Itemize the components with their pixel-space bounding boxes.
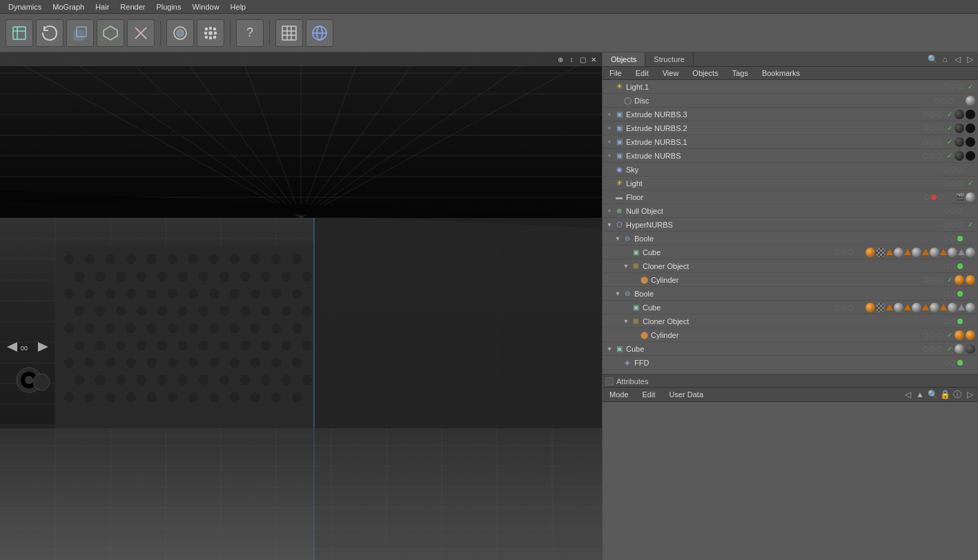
menu-help[interactable]: Help (225, 1, 252, 12)
obj-row-light1[interactable]: ✳ Light.1 ✓ (603, 80, 978, 94)
brush-tool-button[interactable] (166, 19, 194, 47)
check-extrude1[interactable]: ✓ (945, 137, 955, 147)
check-extrude3[interactable]: ✓ (945, 110, 955, 119)
obj-menu-edit[interactable]: Edit (632, 68, 653, 78)
expand-disc[interactable] (614, 97, 622, 105)
expand-cloner1[interactable]: ▼ (622, 262, 630, 270)
obj-row-floor[interactable]: ▬ Floor 🎬 (603, 190, 978, 204)
expand-ffd[interactable] (614, 359, 622, 367)
obj-menu-tags[interactable]: Tags (728, 68, 752, 78)
obj-menu-file[interactable]: File (605, 68, 626, 78)
tab-structure[interactable]: Structure (645, 52, 694, 66)
obj-menu-objects[interactable]: Objects (688, 68, 722, 78)
expand-sky[interactable] (605, 166, 614, 174)
attr-menu-mode[interactable]: Mode (605, 390, 633, 399)
attr-search-icon[interactable]: 🔍 (927, 389, 938, 400)
obj-row-boole1[interactable]: ▼ ⊖ Boole (603, 232, 978, 246)
check-light[interactable]: ✓ (966, 179, 975, 188)
check-hypernurbs[interactable]: ✓ (966, 220, 975, 230)
question-button[interactable]: ? (236, 19, 264, 47)
check-sky[interactable] (966, 165, 975, 174)
obj-row-cylinder2[interactable]: ⬤ Cylinder ✓ (603, 328, 978, 342)
obj-menu-view[interactable]: View (658, 68, 683, 78)
expand-light1[interactable] (605, 83, 614, 91)
obj-row-cloner2[interactable]: ▼ ⊞ Cloner Object (603, 314, 978, 328)
attr-menu-edit[interactable]: Edit (638, 390, 660, 399)
objects-list[interactable]: ✳ Light.1 ✓ ◯ Disc (603, 80, 978, 374)
check-extrude2[interactable]: ✓ (945, 123, 955, 133)
obj-row-light[interactable]: ✳ Light ✓ (603, 177, 978, 190)
check-light1[interactable]: ✓ (966, 82, 975, 92)
cube-tool-button[interactable] (6, 19, 33, 47)
expand-boole1[interactable]: ▼ (614, 234, 622, 243)
attr-left-icon[interactable]: ◁ (902, 389, 913, 400)
forward-icon[interactable]: ▷ (964, 54, 975, 65)
check-cube-boole1[interactable] (856, 248, 865, 257)
attributes-checkbox[interactable] (605, 377, 614, 386)
expand-extrude1[interactable]: + (605, 138, 614, 146)
obj-row-sky[interactable]: ◉ Sky (603, 163, 978, 177)
particle-tool-button[interactable] (197, 19, 224, 47)
home-icon[interactable]: ⌂ (939, 54, 950, 65)
expand-cube-main[interactable]: ▼ (605, 345, 614, 353)
obj-row-extrude0[interactable]: + ▣ Extrude NURBS ✓ (603, 149, 978, 163)
obj-row-cube-boole1[interactable]: ▣ Cube (603, 246, 978, 259)
obj-row-cube-main[interactable]: ▼ ▣ Cube ✓ (603, 342, 978, 356)
expand-hypernurbs[interactable]: ▼ (605, 221, 614, 229)
expand-extrude0[interactable]: + (605, 152, 614, 160)
attr-up-icon[interactable]: ▲ (915, 389, 926, 400)
obj-menu-bookmarks[interactable]: Bookmarks (758, 68, 804, 78)
menu-plugins[interactable]: Plugins (150, 1, 186, 12)
obj-row-boole2[interactable]: ▼ ⊖ Boole (603, 287, 978, 301)
obj-row-extrude1[interactable]: + ▣ Extrude NURBS.1 ✓ (603, 135, 978, 149)
check-boole1[interactable] (966, 234, 975, 243)
attr-menu-userdata[interactable]: User Data (665, 390, 708, 399)
check-floor[interactable] (946, 192, 956, 202)
attr-expand-icon[interactable]: ▷ (964, 389, 975, 400)
expand-cube-boole2[interactable] (622, 303, 630, 312)
expand-floor[interactable] (605, 193, 614, 201)
menu-hair[interactable]: Hair (90, 1, 115, 12)
grid-tool-button[interactable] (275, 19, 303, 47)
expand-light[interactable] (605, 179, 614, 188)
expand-cylinder2[interactable] (630, 331, 638, 339)
menu-dynamics[interactable]: Dynamics (3, 1, 47, 12)
object-tool-button[interactable] (66, 19, 94, 47)
check-ffd[interactable] (966, 358, 975, 368)
expand-null[interactable]: + (605, 207, 614, 215)
attr-lock-icon[interactable]: 🔒 (939, 389, 950, 400)
obj-row-cloner1[interactable]: ▼ ⊞ Cloner Object (603, 259, 978, 273)
obj-row-extrude3[interactable]: + ▣ Extrude NURBS.3 ✓ (603, 108, 978, 121)
back-icon[interactable]: ◁ (952, 54, 963, 65)
viewport-move-icon[interactable]: ⊕ (555, 54, 566, 65)
expand-boole2[interactable]: ▼ (614, 290, 622, 298)
globe-tool-button[interactable] (306, 19, 333, 47)
check-cube-boole2[interactable] (856, 303, 865, 312)
check-null[interactable] (966, 206, 975, 216)
viewport-maximize-icon[interactable]: ▢ (577, 54, 588, 65)
viewport-arrows-icon[interactable]: ↕ (566, 54, 577, 65)
check-disc[interactable] (956, 96, 966, 106)
search-icon[interactable]: 🔍 (927, 54, 938, 65)
check-cube-main[interactable]: ✓ (945, 344, 955, 354)
obj-row-hypernurbs[interactable]: ▼ ⬡ HyperNURBS ✓ (603, 218, 978, 232)
obj-row-extrude2[interactable]: + ▣ Extrude NURBS.2 ✓ (603, 121, 978, 135)
poly-tool-button[interactable] (97, 19, 124, 47)
viewport[interactable]: ⊕ ↕ ▢ ✕ (0, 52, 602, 560)
expand-extrude3[interactable]: + (605, 110, 614, 119)
check-cylinder2[interactable]: ✓ (945, 330, 955, 340)
expand-cylinder1[interactable] (630, 276, 638, 284)
check-boole2[interactable] (966, 289, 975, 299)
check-extrude0[interactable]: ✓ (945, 151, 955, 161)
check-cloner2[interactable] (966, 317, 975, 326)
expand-cloner2[interactable]: ▼ (622, 317, 630, 326)
check-cloner1[interactable] (966, 261, 975, 271)
obj-row-cube-boole2[interactable]: ▣ Cube (603, 301, 978, 314)
obj-row-ffd[interactable]: ◈ FFD (603, 356, 978, 370)
menu-render[interactable]: Render (115, 1, 150, 12)
knife-tool-button[interactable] (127, 19, 155, 47)
menu-window[interactable]: Window (186, 1, 224, 12)
obj-row-null[interactable]: + ⊕ Null Object (603, 204, 978, 218)
menu-mograph[interactable]: MoGraph (47, 1, 90, 12)
expand-extrude2[interactable]: + (605, 124, 614, 132)
